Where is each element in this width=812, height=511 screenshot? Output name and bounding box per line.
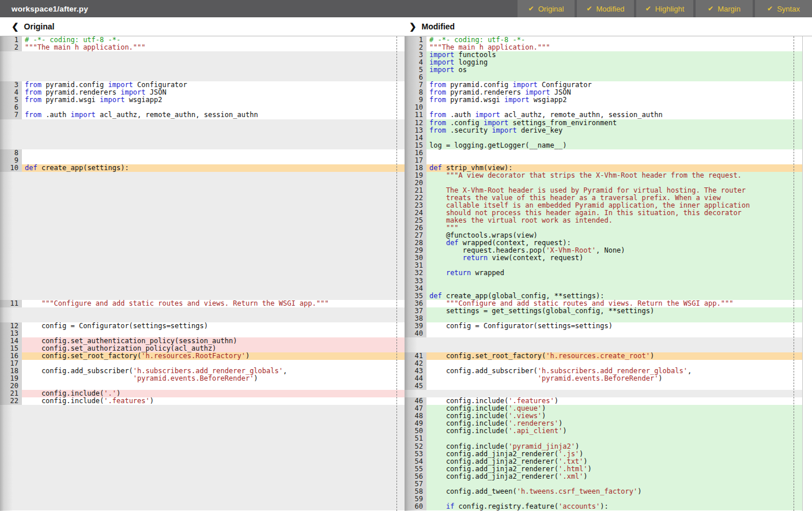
line-number: 20 [405, 179, 426, 187]
code-line: makes the virtual root work as intended. [426, 217, 812, 224]
code-row: 25 makes the virtual root work as intend… [405, 217, 812, 224]
code-row: 29 request.headers.pop('X-Vhm-Root', Non… [405, 247, 812, 254]
line-number: 34 [405, 285, 426, 292]
line-number: 18 [0, 367, 22, 375]
line-number: 9 [405, 96, 426, 104]
filler-row [0, 209, 405, 217]
code-line [22, 412, 405, 420]
line-number: 17 [0, 360, 22, 367]
code-line: def create_app(settings): [22, 164, 405, 172]
code-row: 20 [0, 382, 405, 390]
original-pane-title: Original [24, 22, 55, 31]
code-line [22, 262, 405, 269]
code-line: treats the value of this header as a tra… [426, 194, 812, 202]
filler-row [0, 458, 405, 465]
code-row: 58 config.add_tween('h.tweens.csrf_tween… [405, 488, 812, 495]
code-row: 20 [405, 179, 812, 187]
code-line: log = logging.getLogger(__name__) [426, 142, 812, 149]
filler-row [0, 307, 405, 315]
code-line: import os [426, 66, 812, 74]
line-number: 2 [405, 44, 426, 51]
line-number [0, 450, 22, 458]
line-number [0, 465, 22, 473]
filler-row [0, 435, 405, 442]
code-line [22, 450, 405, 458]
line-number: 12 [405, 119, 426, 127]
code-line: from pyramid.renderers import JSON [22, 89, 405, 96]
line-number [405, 337, 426, 345]
code-row: 7from pyramid.config import Configurator [405, 81, 812, 89]
code-line: The X-Vhm-Root header is used by Pyramid… [426, 187, 812, 194]
line-number [0, 412, 22, 420]
filler-row [0, 224, 405, 232]
code-line [22, 488, 405, 495]
filler-row [0, 277, 405, 285]
original-pane-header: ❮ Original [0, 21, 405, 32]
line-number: 52 [405, 443, 426, 450]
code-line [426, 104, 812, 111]
code-row: 16 config.set_root_factory('h.resources.… [0, 352, 405, 360]
line-number: 16 [0, 352, 22, 360]
line-number: 60 [405, 503, 426, 510]
line-number: 54 [405, 458, 426, 465]
code-line: # -*- coding: utf-8 -*- [426, 36, 812, 44]
line-number: 8 [0, 149, 22, 157]
line-number [0, 503, 22, 510]
line-number: 39 [405, 322, 426, 330]
line-number: 57 [405, 480, 426, 488]
code-row: 13from .security import derive_key [405, 127, 812, 134]
diff-panes: 1# -*- coding: utf-8 -*-2"""The main h a… [0, 36, 812, 511]
check-icon: ✔ [767, 5, 773, 13]
code-line: callable itself is an embedded Pyramid a… [426, 202, 812, 209]
toggle-original-button[interactable]: ✔Original [518, 0, 575, 17]
toggle-modified-button[interactable]: ✔Modified [577, 0, 634, 17]
line-number: 41 [405, 352, 426, 360]
toggle-margin-button[interactable]: ✔Margin [696, 0, 753, 17]
line-number [0, 488, 22, 495]
scrollbar-track[interactable] [802, 36, 812, 511]
filler-row [0, 473, 405, 480]
line-number: 42 [405, 360, 426, 367]
code-line: config.set_root_factory('h.resources.cre… [426, 352, 812, 360]
code-line: config.include('.api_client') [426, 427, 812, 435]
modified-code-rows: 1# -*- coding: utf-8 -*-2"""The main h a… [405, 36, 812, 510]
code-row: 24 should not process this header again.… [405, 209, 812, 217]
code-line: config.add_jinja2_renderer('.txt') [426, 458, 812, 465]
line-number: 45 [405, 382, 426, 390]
code-row: 35def create_app(global_config, **settin… [405, 292, 812, 300]
line-number: 29 [405, 247, 426, 254]
line-number [0, 427, 22, 435]
code-line [22, 247, 405, 254]
filler-row [0, 119, 405, 127]
code-line: """The main h application.""" [426, 44, 812, 51]
modified-pane: 1# -*- coding: utf-8 -*-2"""The main h a… [405, 36, 812, 511]
code-line [22, 202, 405, 209]
line-number [0, 405, 22, 412]
code-line: from pyramid.config import Configurator [22, 81, 405, 89]
line-number [0, 315, 22, 322]
code-row: 12 config = Configurator(settings=settin… [0, 322, 405, 330]
code-line: # -*- coding: utf-8 -*- [22, 36, 405, 44]
code-line: config.add_jinja2_renderer('.html') [426, 465, 812, 473]
line-number: 35 [405, 292, 426, 300]
line-number [0, 66, 22, 74]
code-line [22, 74, 405, 81]
line-number: 6 [405, 74, 426, 81]
line-number: 48 [405, 412, 426, 420]
toggle-highlight-button[interactable]: ✔Highlight [636, 0, 693, 17]
code-line [426, 337, 812, 345]
code-row: 14 config.set_authentication_policy(sess… [0, 337, 405, 345]
filler-row [0, 285, 405, 292]
code-line [22, 187, 405, 194]
filler-row [0, 59, 405, 66]
code-line: from .config import settings_from_enviro… [426, 119, 812, 127]
line-number [405, 390, 426, 397]
line-number [0, 202, 22, 209]
filler-row [0, 74, 405, 81]
code-line [22, 59, 405, 66]
code-line [426, 435, 812, 442]
code-line [22, 405, 405, 412]
code-line: config = Configurator(settings=settings) [22, 322, 405, 330]
toggle-syntax-button[interactable]: ✔Syntax [755, 0, 812, 17]
line-number: 58 [405, 488, 426, 495]
